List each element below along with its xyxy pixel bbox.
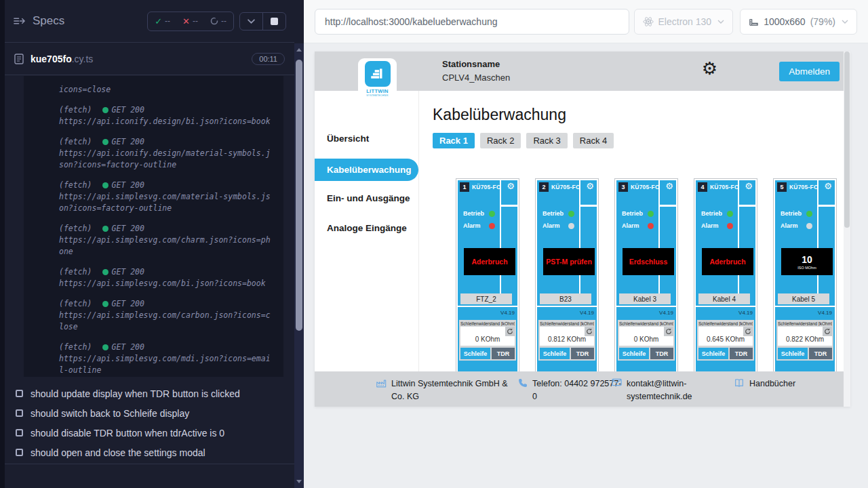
resistance-value: 0.822 KOhm (778, 336, 832, 343)
resistance-value: 0 KOhm (619, 336, 673, 343)
viewport-size-select[interactable]: 1000x660 (79%) (740, 9, 857, 35)
settings-gear-icon[interactable]: ⚙ (702, 60, 717, 77)
resistance-value: 0.812 KOhm (540, 336, 594, 343)
schleife-button[interactable]: Schleife (460, 348, 490, 359)
alarm-led (648, 223, 654, 229)
resistance-value: 0.645 KOhm (698, 336, 753, 343)
test-stats-group[interactable]: ✓ -- ✕ -- -- (147, 12, 234, 31)
card-settings-gear-icon[interactable]: ⚙ (665, 182, 673, 190)
schleife-button[interactable]: Schleife (698, 348, 728, 359)
refresh-icon[interactable] (505, 327, 515, 336)
device-model: KÜ705-FO (551, 184, 580, 190)
tdr-button[interactable]: TDR (571, 348, 594, 359)
test-row[interactable]: should disable TDR button when tdrActive… (5, 423, 294, 443)
phone-icon (518, 378, 528, 403)
log-entry[interactable]: (fetch)GET 200 https://api.simplesvg.com… (59, 298, 274, 333)
refresh-icon[interactable] (743, 327, 753, 336)
browser-select[interactable]: Electron 130 (634, 9, 734, 35)
schleife-button[interactable]: Schleife (619, 348, 649, 359)
log-entry[interactable]: (fetch)GET 200 https://api.simplesvg.com… (59, 342, 274, 376)
app-under-test: Stationsname CPLV4_Maschen ⚙ Abmelden LI… (315, 52, 850, 407)
tab-rack-1[interactable]: Rack 1 (433, 133, 475, 148)
failed-icon: ✕ (182, 16, 190, 26)
running-count: -- (221, 16, 226, 26)
refresh-icon[interactable] (664, 327, 673, 336)
log-url: https://api.simplesvg.com/carbon.json?ic… (59, 310, 274, 333)
firmware-version: V4.19 (818, 310, 832, 316)
card-number: 5 (777, 182, 787, 192)
scrollbar-thumb[interactable] (844, 52, 850, 228)
log-entry[interactable]: (fetch)GET 200 https://api.iconify.desig… (59, 104, 274, 127)
collapse-button[interactable] (240, 13, 262, 30)
tdr-button[interactable]: TDR (492, 348, 515, 359)
littwin-logo: LITTWIN SYSTEMTECHNIK (358, 58, 397, 101)
card-settings-gear-icon[interactable]: ⚙ (507, 182, 515, 190)
status-display: Aderbruch (702, 248, 753, 275)
test-row[interactable]: should open and close the settings modal (5, 443, 294, 462)
reporter-scrollbar[interactable] (294, 43, 304, 488)
status-ok-dot (102, 139, 108, 145)
device-card-3: 3 KÜ705-FO ⚙ Betrieb Alarm Erdschluss Ka… (614, 178, 678, 382)
cable-name: Kabel 4 (698, 293, 750, 304)
app-main-content: Kabelüberwachung Rack 1 Rack 2 Rack 3 Ra… (420, 91, 844, 407)
command-log: icons=close (fetch)GET 200 https://api.i… (24, 76, 283, 377)
station-info: Stationsname CPLV4_Maschen (442, 59, 510, 83)
tab-rack-4[interactable]: Rack 4 (573, 133, 614, 148)
card-settings-gear-icon[interactable]: ⚙ (824, 182, 832, 190)
card-settings-gear-icon[interactable]: ⚙ (745, 182, 753, 190)
schleife-button[interactable]: Schleife (778, 348, 808, 359)
resistance-value: 0 KOhm (460, 336, 515, 343)
log-entry[interactable]: (fetch)GET 200 https://api.simplesvg.com… (59, 266, 274, 289)
sidebar-item-uebersicht[interactable]: Übersicht (315, 129, 418, 149)
url-input[interactable] (315, 9, 629, 35)
measurement-panel: Schleifenwiderstand [kOhm] 0.822 KOhm Sc… (776, 320, 833, 361)
test-pending-icon (16, 409, 23, 417)
betrieb-led (648, 211, 654, 217)
schleife-button[interactable]: Schleife (540, 348, 570, 359)
log-entry[interactable]: (fetch)GET 200 https://api.simplesvg.com… (59, 223, 274, 258)
browser-toolbar: Electron 130 1000x660 (79%) (304, 0, 868, 43)
sidebar-item-kabelueberwachung[interactable]: Kabelüberwachung (315, 159, 418, 181)
card-number: 2 (539, 182, 549, 192)
stop-button[interactable] (262, 13, 285, 30)
firmware-version: V4.19 (659, 310, 673, 316)
scroll-up-icon[interactable] (296, 48, 302, 52)
measurement-panel: Schleifenwiderstand [kOhm] 0.812 KOhm Sc… (538, 320, 595, 361)
footer-phone[interactable]: Telefon: 04402 972577-0 (518, 378, 627, 403)
test-row[interactable]: should update display when TDR button is… (5, 384, 294, 403)
scroll-down-icon[interactable] (296, 480, 302, 483)
log-entry[interactable]: icons=close (59, 84, 274, 96)
alarm-led (568, 223, 574, 229)
page-title: Kabelüberwachung (433, 106, 844, 124)
spec-name: kue705fo (31, 54, 72, 64)
tdr-button[interactable]: TDR (809, 348, 832, 359)
log-url: https://api.iconify.design/material-symb… (59, 148, 274, 171)
alarm-led (727, 223, 733, 229)
sidebar-item-ein-und-ausgaenge[interactable]: Ein- und Ausgänge (315, 188, 418, 209)
log-entry[interactable]: (fetch)GET 200 https://api.simplesvg.com… (59, 180, 274, 214)
specs-menu-icon[interactable] (13, 16, 26, 26)
app-scrollbar[interactable] (844, 52, 850, 407)
log-entry[interactable]: (fetch)GET 200 https://api.iconify.desig… (59, 136, 274, 171)
scrollbar-thumb[interactable] (296, 60, 302, 331)
status-display: PST-M prüfen (543, 248, 595, 275)
tdr-button[interactable]: TDR (650, 348, 673, 359)
cable-name: Kabel 5 (778, 293, 829, 304)
passed-count: -- (165, 16, 170, 26)
tab-rack-3[interactable]: Rack 3 (526, 133, 567, 148)
refresh-icon[interactable] (585, 327, 594, 336)
test-row[interactable]: should switch back to Schleife display (5, 403, 294, 423)
logo-text: LITTWIN (358, 88, 397, 94)
tdr-button[interactable]: TDR (730, 348, 753, 359)
device-card-4: 4 KÜ705-FO ⚙ Betrieb Alarm Aderbruch Kab… (694, 178, 757, 382)
refresh-icon[interactable] (823, 327, 832, 336)
card-settings-gear-icon[interactable]: ⚙ (586, 182, 594, 190)
tab-rack-2[interactable]: Rack 2 (480, 133, 521, 148)
logout-button[interactable]: Abmelden (779, 62, 840, 81)
sidebar-item-analoge-eingaenge[interactable]: Analoge Eingänge (315, 218, 418, 239)
spec-file-row[interactable]: kue705fo.cy.ts 00:11 (5, 43, 294, 75)
footer-handbuecher[interactable]: Handbücher (734, 378, 795, 390)
alarm-led (489, 223, 495, 229)
footer-email[interactable]: kontakt@littwin-systemtechnik.de (612, 378, 713, 403)
log-url: https://api.simplesvg.com/charm.json?ico… (59, 235, 274, 258)
